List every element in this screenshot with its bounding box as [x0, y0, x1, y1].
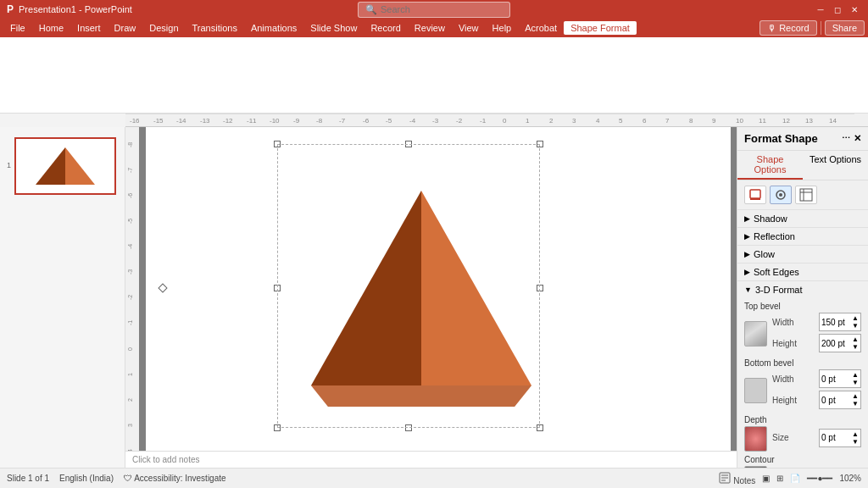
- menu-shape-format[interactable]: Shape Format: [564, 21, 637, 35]
- svg-text:-7: -7: [339, 117, 346, 125]
- share-label: Share: [832, 23, 857, 33]
- close-button[interactable]: ✕: [848, 3, 861, 16]
- section-reflection[interactable]: ▶ Reflection: [737, 227, 868, 245]
- section-glow[interactable]: ▶ Glow: [737, 245, 868, 263]
- slide-number-1: 1: [7, 161, 11, 169]
- accessibility-info[interactable]: 🛡 Accessibility: Investigate: [124, 474, 226, 483]
- menu-slideshow[interactable]: Slide Show: [303, 21, 364, 35]
- menu-help[interactable]: Help: [486, 21, 519, 35]
- record-icon: 🎙: [767, 23, 776, 33]
- panel-close-icon[interactable]: ✕: [854, 133, 861, 144]
- menu-home[interactable]: Home: [32, 21, 70, 35]
- menu-insert[interactable]: Insert: [70, 21, 108, 35]
- svg-text:-4: -4: [127, 244, 133, 249]
- menu-draw[interactable]: Draw: [108, 21, 143, 35]
- svg-text:8: 8: [689, 117, 693, 125]
- 3d-format-label: 3-D Format: [755, 285, 803, 295]
- slide-canvas[interactable]: [146, 127, 731, 451]
- top-bevel-width-input[interactable]: 150 pt ▲▼: [819, 313, 861, 331]
- handle-diamond[interactable]: [158, 283, 167, 292]
- svg-text:3: 3: [127, 424, 133, 427]
- menu-file[interactable]: File: [3, 21, 32, 35]
- menu-design[interactable]: Design: [142, 21, 185, 35]
- share-button[interactable]: Share: [825, 20, 865, 36]
- bottom-bevel-row: Width 0 pt ▲▼ Height 0 pt ▲▼: [744, 369, 861, 412]
- top-bevel-height-spinner[interactable]: ▲▼: [852, 336, 859, 351]
- top-bevel-preview[interactable]: [744, 321, 767, 347]
- svg-rect-0: [125, 114, 854, 127]
- svg-text:-13: -13: [200, 117, 210, 125]
- layout-icon-button[interactable]: [795, 186, 817, 204]
- handle-top-center[interactable]: [405, 141, 412, 147]
- menu-transitions[interactable]: Transitions: [186, 21, 244, 35]
- top-bevel-label: Top bevel: [744, 302, 861, 311]
- top-bevel-height-label: Height: [772, 339, 819, 348]
- app-logo: P: [7, 3, 14, 15]
- section-soft-edges[interactable]: ▶ Soft Edges: [737, 263, 868, 280]
- tab-shape-options[interactable]: Shape Options: [737, 151, 803, 180]
- restore-button[interactable]: ◻: [831, 3, 844, 16]
- layout-icon: [799, 188, 813, 202]
- svg-text:-4: -4: [409, 117, 416, 125]
- fill-icon-button[interactable]: [744, 186, 766, 204]
- svg-text:1: 1: [127, 373, 133, 376]
- notes-icon: [719, 472, 731, 484]
- canvas-area[interactable]: [139, 127, 737, 451]
- bottom-bevel-height-spinner[interactable]: ▲▼: [852, 392, 859, 408]
- contour-preview[interactable]: [744, 466, 767, 468]
- panel-title: Format Shape: [744, 132, 818, 145]
- svg-text:7: 7: [665, 117, 670, 125]
- panel-expand-icon[interactable]: ⋯: [842, 133, 850, 144]
- tab-text-options[interactable]: Text Options: [803, 151, 868, 180]
- glow-arrow: ▶: [744, 250, 750, 258]
- vertical-ruler: -8 -7 -6 -5 -4 -3 -2 -1 0 1 2 3 4: [125, 127, 139, 451]
- depth-size-input[interactable]: 0 pt ▲▼: [819, 429, 861, 447]
- menu-acrobat[interactable]: Acrobat: [518, 21, 564, 35]
- slide-panel[interactable]: 1: [0, 127, 125, 468]
- notes-bar[interactable]: Click to add notes: [125, 451, 737, 468]
- 3d-format-arrow: ▼: [744, 286, 752, 294]
- menu-animations[interactable]: Animations: [244, 21, 303, 35]
- status-bar: Slide 1 of 1 English (India) 🛡 Accessibi…: [0, 468, 868, 488]
- svg-marker-34: [65, 147, 95, 185]
- depth-preview[interactable]: [744, 426, 767, 452]
- top-bevel-width-spinner[interactable]: ▲▼: [852, 314, 859, 330]
- record-button[interactable]: 🎙 Record: [760, 20, 816, 36]
- handle-top-right[interactable]: [537, 141, 543, 147]
- depth-label: Depth: [744, 415, 861, 424]
- svg-text:-7: -7: [127, 168, 133, 173]
- bottom-bevel-preview[interactable]: [744, 378, 767, 403]
- ribbon: [0, 37, 868, 114]
- minimize-button[interactable]: ─: [814, 3, 827, 16]
- svg-text:13: 13: [805, 117, 813, 125]
- notes-button[interactable]: Notes: [719, 472, 755, 485]
- top-bevel-height-input[interactable]: 200 pt ▲▼: [819, 334, 861, 352]
- glow-label: Glow: [754, 249, 775, 259]
- zoom-slider[interactable]: ━━●━━: [807, 474, 832, 483]
- menu-record[interactable]: Record: [364, 21, 407, 35]
- menu-view[interactable]: View: [452, 21, 486, 35]
- effects-icon-button[interactable]: [770, 186, 792, 204]
- view-reading-icon[interactable]: 📄: [790, 474, 800, 483]
- bottom-bevel-width-input[interactable]: 0 pt ▲▼: [819, 369, 861, 388]
- svg-text:-6: -6: [363, 117, 370, 125]
- svg-text:-5: -5: [386, 117, 392, 125]
- view-sorter-icon[interactable]: ⊞: [776, 474, 783, 483]
- canvas-wrapper: -8 -7 -6 -5 -4 -3 -2 -1 0 1 2 3 4: [125, 127, 737, 468]
- section-3d-format[interactable]: ▼ 3-D Format: [737, 280, 868, 298]
- view-normal-icon[interactable]: ▣: [762, 474, 770, 483]
- window-controls: ─ ◻ ✕: [814, 3, 861, 16]
- top-bevel-width-value: 150 pt: [821, 318, 845, 327]
- svg-text:14: 14: [829, 117, 837, 125]
- menu-review[interactable]: Review: [408, 21, 452, 35]
- svg-text:0: 0: [503, 117, 507, 125]
- search-input[interactable]: [381, 4, 499, 14]
- handle-top-left[interactable]: [274, 141, 281, 147]
- search-area[interactable]: 🔍: [358, 2, 510, 18]
- slide-thumbnail-1[interactable]: [14, 137, 116, 195]
- section-shadow[interactable]: ▶ Shadow: [737, 209, 868, 227]
- depth-size-spinner[interactable]: ▲▼: [852, 430, 859, 446]
- bottom-bevel-height-input[interactable]: 0 pt ▲▼: [819, 391, 861, 409]
- bottom-bevel-width-spinner[interactable]: ▲▼: [852, 371, 859, 386]
- search-bar[interactable]: 🔍: [358, 2, 510, 18]
